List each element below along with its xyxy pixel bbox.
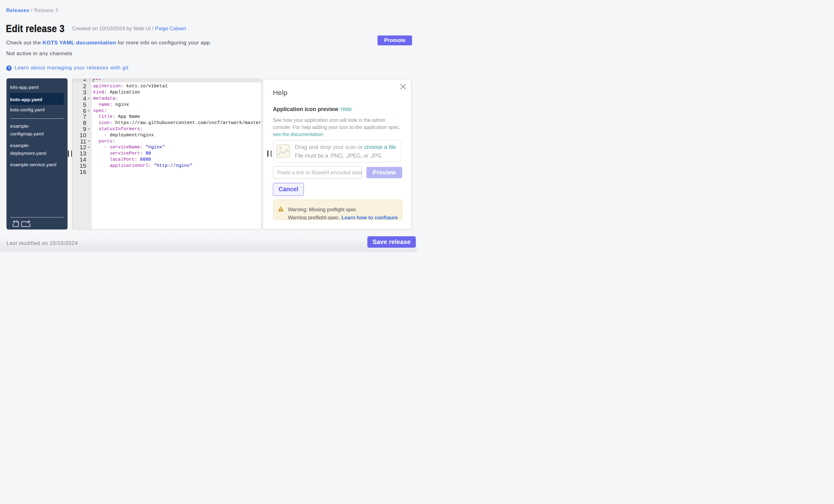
svg-text:?: ? bbox=[8, 66, 10, 70]
